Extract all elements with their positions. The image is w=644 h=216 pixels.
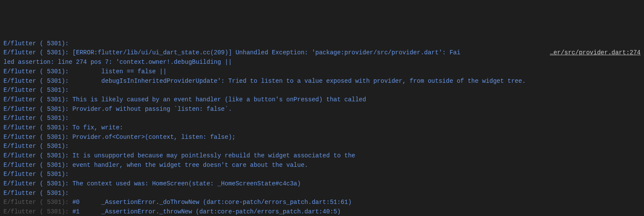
log-prefix: E/flutter ( 5301): [3,96,69,103]
log-prefix: E/flutter ( 5301): [3,143,69,150]
log-message: event handler, when the widget tree does… [69,162,308,169]
log-prefix: E/flutter ( 5301): [3,180,69,187]
console-line: E/flutter ( 5301): [3,86,641,95]
log-text: E/flutter ( 5301): debugIsInInheritedPro… [3,77,641,86]
log-prefix: E/flutter ( 5301): [3,78,69,85]
console-line: E/flutter ( 5301): To fix, write: [3,123,641,133]
log-text: E/flutter ( 5301): [3,86,641,95]
console-line: E/flutter ( 5301): Provider.of<Counter>(… [3,133,641,142]
log-prefix: E/flutter ( 5301): [3,124,69,131]
log-text: E/flutter ( 5301): Provider.of without p… [3,105,641,114]
log-message: Provider.of without passing `listen: fal… [69,106,232,113]
log-text: E/flutter ( 5301): event handler, when t… [3,161,641,170]
debug-console: E/flutter ( 5301): E/flutter ( 5301): [E… [3,39,641,216]
console-line: E/flutter ( 5301): event handler, when t… [3,161,641,170]
log-message: #1 _AssertionError._throwNew (dart:core-… [69,208,341,215]
log-prefix: E/flutter ( 5301): [3,87,69,94]
log-text: E/flutter ( 5301): #1 _AssertionError._t… [3,207,641,216]
log-text: E/flutter ( 5301): To fix, write: [3,123,641,133]
console-line: E/flutter ( 5301): It is unsupported bec… [3,151,641,161]
log-prefix: E/flutter ( 5301): [3,199,69,206]
log-text: E/flutter ( 5301): It is unsupported bec… [3,151,641,161]
log-message [69,40,72,47]
log-text: E/flutter ( 5301): [3,170,641,179]
log-prefix: E/flutter ( 5301): [3,208,69,215]
log-text: E/flutter ( 5301): [ERROR:flutter/lib/ui… [3,48,543,58]
console-line: E/flutter ( 5301): [3,189,641,198]
log-prefix: E/flutter ( 5301): [3,190,69,197]
log-message: debugIsInInheritedProviderUpdate': Tried… [69,78,526,85]
log-message [69,190,72,197]
log-prefix: E/flutter ( 5301): [3,68,69,75]
log-prefix: E/flutter ( 5301): [3,49,69,56]
log-message [69,171,72,178]
log-text: E/flutter ( 5301): [3,114,641,123]
log-message: This is likely caused by an event handle… [69,96,366,103]
log-prefix: E/flutter ( 5301): [3,134,69,141]
console-line: led assertion: line 274 pos 7: 'context.… [3,58,641,67]
log-prefix: E/flutter ( 5301): [3,115,69,122]
console-line: E/flutter ( 5301): Provider.of without p… [3,105,641,114]
log-message [69,87,72,94]
log-message: [ERROR:flutter/lib/ui/ui_dart_state.cc(2… [69,49,460,56]
source-link[interactable]: …er/src/provider.dart:274 [543,48,641,58]
log-text: E/flutter ( 5301): Provider.of<Counter>(… [3,133,641,142]
log-text: E/flutter ( 5301): [3,142,641,151]
console-line: E/flutter ( 5301): [ERROR:flutter/lib/ui… [3,48,641,58]
console-line: E/flutter ( 5301): [3,170,641,179]
log-message [69,115,72,122]
log-text: E/flutter ( 5301): listen == false || [3,67,641,77]
log-text: E/flutter ( 5301): [3,39,641,49]
log-message: Provider.of<Counter>(context, listen: fa… [69,134,235,141]
log-text: E/flutter ( 5301): The context used was:… [3,179,641,189]
console-line: E/flutter ( 5301): debugIsInInheritedPro… [3,77,641,86]
console-line: E/flutter ( 5301): [3,39,641,49]
log-message: listen == false || [69,68,167,75]
log-prefix: E/flutter ( 5301): [3,40,69,47]
console-line: E/flutter ( 5301): listen == false || [3,67,641,77]
log-text: E/flutter ( 5301): #0 _AssertionError._d… [3,198,641,207]
console-line: E/flutter ( 5301): [3,142,641,151]
console-line: E/flutter ( 5301): [3,114,641,123]
log-text: E/flutter ( 5301): This is likely caused… [3,95,641,105]
log-message: To fix, write: [69,124,123,131]
log-prefix: E/flutter ( 5301): [3,106,69,113]
log-text: led assertion: line 274 pos 7: 'context.… [3,58,641,67]
log-message: #0 _AssertionError._doThrowNew (dart:cor… [69,199,351,206]
log-message: The context used was: HomeScreen(state: … [69,180,301,187]
console-line: E/flutter ( 5301): #0 _AssertionError._d… [3,198,641,207]
log-prefix: E/flutter ( 5301): [3,152,69,159]
console-line: E/flutter ( 5301): #1 _AssertionError._t… [3,207,641,216]
log-text: E/flutter ( 5301): [3,189,641,198]
log-message: It is unsupported because may pointlessl… [69,152,355,159]
console-line: E/flutter ( 5301): The context used was:… [3,179,641,189]
log-prefix: E/flutter ( 5301): [3,162,69,169]
log-prefix: E/flutter ( 5301): [3,171,69,178]
log-message [69,143,72,150]
console-line: E/flutter ( 5301): This is likely caused… [3,95,641,105]
log-message: led assertion: line 274 pos 7: 'context.… [3,59,232,66]
